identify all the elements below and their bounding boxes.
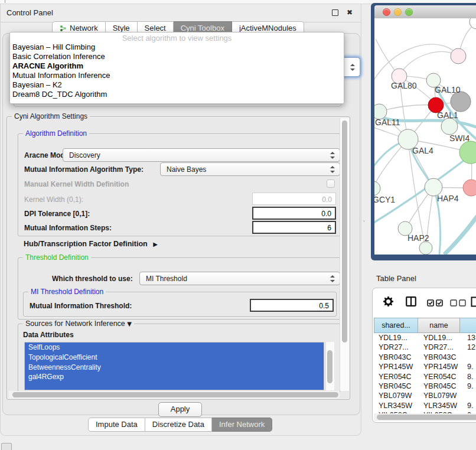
settings-gear-icon[interactable] — [383, 296, 393, 306]
table-row[interactable]: YER054CYER054C8. — [374, 372, 476, 381]
list-scrollbar[interactable] — [325, 342, 334, 390]
zoom-traffic-light[interactable] — [405, 8, 413, 16]
node-gal7[interactable] — [451, 48, 466, 64]
tab-infer-network[interactable]: Infer Network — [212, 418, 272, 432]
node-partial-bottom[interactable] — [419, 242, 432, 255]
node-salmon[interactable] — [463, 180, 476, 196]
cell[interactable]: 12 — [467, 343, 475, 352]
cell[interactable]: YLR345W — [379, 401, 412, 410]
node-green-bright[interactable] — [459, 141, 476, 164]
node-label: HAP2 — [407, 233, 429, 243]
tab-label: Cyni Toolbox — [181, 24, 224, 32]
cell[interactable]: YBR045C — [379, 381, 412, 391]
network-window-titlebar[interactable] — [374, 5, 476, 19]
cell[interactable]: YDR27... — [379, 343, 409, 352]
settings-horizontal-scrollbar-thumb[interactable] — [12, 392, 338, 397]
float-window-icon[interactable] — [332, 9, 338, 16]
panel-resize-grip[interactable]: › — [363, 219, 366, 224]
cell[interactable]: YDL19... — [423, 333, 452, 343]
which-threshold-combobox[interactable]: MI Threshold — [139, 272, 340, 285]
mi-threshold-field[interactable] — [250, 299, 334, 312]
tab-label: Discretize Data — [152, 420, 204, 429]
split-columns-icon[interactable] — [406, 296, 416, 306]
cell[interactable]: YDL19... — [379, 333, 407, 343]
dropdown-option[interactable]: Mutual Information Inference — [12, 71, 110, 80]
control-panel-titlebar: Control Panel ✖ — [1, 4, 361, 22]
cell[interactable]: YPR145W — [423, 362, 458, 371]
cell[interactable]: YBL079W — [423, 391, 457, 400]
table-horizontal-scrollbar[interactable] — [374, 413, 476, 421]
cell[interactable]: YBR045C — [423, 381, 457, 391]
manual-kernel-width-checkbox[interactable] — [327, 180, 335, 188]
list-scrollbar-thumb[interactable] — [327, 350, 332, 383]
cyni-toolbox-bottom-tabs: Impute Data Discretize Data Infer Networ… — [88, 418, 272, 432]
cell[interactable]: 9. — [467, 401, 473, 410]
close-icon[interactable]: ✖ — [347, 8, 353, 17]
tab-discretize-data[interactable]: Discretize Data — [145, 418, 212, 432]
node-swi4[interactable] — [441, 118, 458, 135]
column-header-name[interactable]: name — [418, 318, 460, 333]
settings-horizontal-scrollbar[interactable] — [9, 391, 340, 398]
settings-vertical-scrollbar[interactable] — [340, 118, 349, 391]
sources-group-title[interactable]: Sources for Network Inference ▼ — [23, 319, 134, 328]
tab-impute-data[interactable]: Impute Data — [88, 418, 145, 432]
cell[interactable]: 9. — [467, 362, 473, 371]
node-gcy1[interactable] — [374, 181, 380, 195]
node-partial-top[interactable] — [470, 18, 476, 29]
table-row[interactable]: YPR145WYPR145W9. — [374, 362, 476, 371]
list-item[interactable]: gal4RGexp — [25, 372, 324, 382]
hub-definition-expander[interactable]: Hub/Transcription Factor Definition ▶ — [24, 240, 158, 248]
cell[interactable]: YBL079W — [379, 391, 412, 400]
dropdown-option[interactable]: Bayesian – Hill Climbing — [12, 43, 95, 51]
column-header-shared-name[interactable]: shared... — [374, 318, 418, 333]
tab-label: Style — [113, 24, 130, 32]
cell[interactable]: YBR043C — [423, 353, 457, 362]
dropdown-option[interactable]: Dream8 DC_TDC Algorithm — [12, 90, 107, 99]
mi-algorithm-type-combobox[interactable]: Naive Bayes — [160, 162, 340, 176]
dropdown-option[interactable]: Bayesian – K2 — [12, 80, 62, 89]
table-panel: shared... name YDL19...YDL19...13 YDR27.… — [372, 288, 476, 423]
tab-label: Infer Network — [219, 420, 265, 429]
settings-vertical-scrollbar-thumb[interactable] — [342, 120, 347, 343]
cell[interactable]: 9. — [467, 381, 473, 391]
unchecked-columns-icon[interactable] — [450, 299, 467, 306]
new-table-icon[interactable] — [471, 296, 476, 307]
checked-columns-icon[interactable] — [427, 299, 444, 306]
table-row[interactable]: YBL079WYBL079W — [374, 391, 476, 400]
dropdown-option[interactable]: Basic Correlation Inference — [12, 52, 105, 61]
dpi-tolerance-field[interactable] — [252, 207, 336, 220]
cell[interactable]: YPR145W — [379, 362, 413, 371]
table-horizontal-scrollbar-thumb[interactable] — [377, 415, 476, 420]
table-row[interactable]: YDL19...YDL19...13 — [374, 333, 476, 343]
cell[interactable]: YER054C — [423, 372, 457, 381]
cyni-algorithm-settings-group: Cyni Algorithm Settings Algorithm Defini… — [6, 116, 350, 400]
list-item-partial[interactable] — [25, 382, 324, 390]
node-gray[interactable] — [451, 92, 471, 112]
cell[interactable]: 8. — [467, 372, 473, 381]
close-traffic-light[interactable] — [383, 8, 390, 16]
network-view-window[interactable]: GAL GAL80 GAL10 GAL1 GAL11 SWI4 GAL4 GCY… — [371, 3, 476, 260]
network-canvas[interactable]: GAL GAL80 GAL10 GAL1 GAL11 SWI4 GAL4 GCY… — [374, 18, 476, 255]
list-item[interactable]: TopologicalCoefficient — [25, 353, 324, 363]
table-row[interactable]: YLR345WYLR345W9. — [374, 401, 476, 410]
table-row[interactable]: YDR27...YDR27...12 — [374, 343, 476, 352]
cell[interactable]: YER054C — [379, 372, 412, 381]
minimize-traffic-light[interactable] — [394, 8, 402, 16]
apply-button[interactable]: Apply — [158, 402, 202, 417]
table-row[interactable]: YBR045CYBR045C9. — [374, 381, 476, 391]
list-item[interactable]: BetweennessCentrality — [25, 363, 324, 373]
collapsed-panel-button[interactable] — [1, 443, 12, 450]
cell[interactable]: 13 — [467, 333, 475, 343]
mi-steps-field[interactable] — [252, 221, 336, 234]
combobox-value: Naive Bayes — [167, 165, 206, 174]
table-row[interactable]: YBR043CYBR043C — [374, 353, 476, 362]
aracne-mode-combobox[interactable]: Discovery — [63, 148, 340, 162]
column-header-partial[interactable] — [460, 318, 476, 333]
sources-title-label: Sources for Network Inference — [25, 319, 125, 328]
dropdown-option-highlighted[interactable]: ARACNE Algorithm — [12, 61, 83, 70]
cell[interactable]: YBR043C — [379, 353, 412, 362]
cell[interactable]: YDR27... — [423, 343, 454, 352]
cell[interactable]: YLR345W — [423, 401, 457, 410]
list-item[interactable]: SelfLoops — [25, 343, 324, 353]
kernel-width-field[interactable] — [252, 193, 336, 205]
